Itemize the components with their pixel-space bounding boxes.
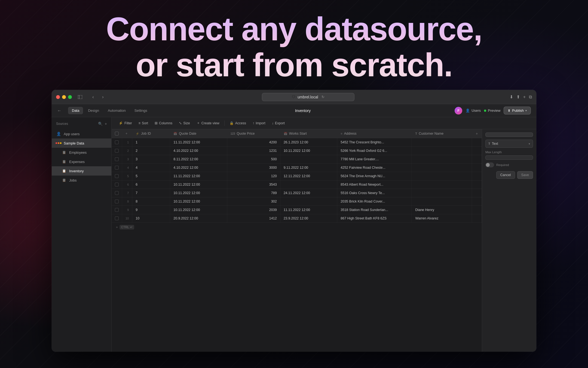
columns-button[interactable]: ⊞ Columns [152, 120, 175, 126]
cell-checkbox[interactable] [112, 147, 122, 155]
cell-customer-name: Warren Alvarez [412, 214, 472, 223]
table-row[interactable]: 3 3 8.11.2022 12:00 500 7780 Mill Lane G… [112, 155, 482, 164]
cell-job-id: 3 [132, 155, 170, 164]
tab-design[interactable]: Design [84, 107, 103, 114]
address-bar[interactable]: 🛡 umbrel.local ↻ [262, 93, 354, 101]
cell-quote-date: 10.11.2022 12:00 [170, 189, 227, 197]
cell-address: 3518 Station Road Sunderlan... [337, 206, 412, 214]
search-icon[interactable]: 🔍 [98, 122, 103, 126]
cell-customer-name: Diane Henry [412, 206, 472, 214]
download-icon[interactable]: ⬇ [510, 94, 513, 99]
sidebar-item-employees[interactable]: 📋 Employees [52, 148, 111, 157]
tab-automation[interactable]: Automation [104, 107, 130, 114]
table-row[interactable]: 7 7 10.11.2022 12:00 789 24.11.2022 12:0… [112, 189, 482, 197]
sidebar-item-app-users[interactable]: 👤 App users [52, 129, 111, 138]
table-row[interactable]: 10 10 20.9.2022 12:00 1412 23.9.2022 12:… [112, 214, 482, 223]
new-tab-icon[interactable]: + [523, 95, 526, 99]
back-button[interactable]: ‹ [89, 93, 97, 101]
users-label: Users [471, 108, 481, 113]
sidebar-toggle-icon[interactable] [76, 93, 84, 101]
users-button[interactable]: 👤 Users [465, 108, 481, 113]
access-button[interactable]: 🔒 Access [227, 120, 249, 126]
cell-job-id: 7 [132, 189, 170, 197]
table-row[interactable]: 8 8 10.11.2022 12:00 302 2035 Brick Kiln… [112, 197, 482, 206]
quote-date-col-icon: 📅 [173, 132, 177, 135]
close-button[interactable] [56, 95, 60, 99]
cell-customer-name [412, 138, 472, 147]
table-row[interactable]: 1 1 11.11.2022 12:00 4200 26.1.2023 12:0… [112, 138, 482, 147]
filter-label: Filter [124, 121, 132, 125]
import-button[interactable]: ↑ Import [250, 120, 268, 126]
cell-checkbox[interactable] [112, 180, 122, 189]
create-view-button[interactable]: ＋ Create view [194, 119, 222, 127]
filter-button[interactable]: ⚡ Filter [116, 120, 135, 126]
cell-extra [472, 172, 482, 180]
import-icon: ↑ [253, 121, 254, 125]
add-row-button[interactable]: + CTRL ↵ [112, 223, 482, 232]
sidebar-item-expenses[interactable]: 📋 Expenses [52, 157, 111, 166]
sort-button[interactable]: ≡ Sort [136, 120, 151, 126]
app-back-button[interactable]: ← [57, 108, 62, 113]
th-quote-price[interactable]: 123 Quote Price [227, 129, 280, 138]
column-type-select[interactable]: T Text ▾ [485, 140, 533, 148]
forward-button[interactable]: › [99, 93, 107, 101]
table-row[interactable]: 2 2 4.10.2022 12:00 1231 10.11.2022 12:0… [112, 147, 482, 155]
th-customer-name[interactable]: T Customer Name [412, 129, 472, 138]
cell-checkbox[interactable] [112, 155, 122, 164]
browser-nav: ‹ › [89, 93, 107, 101]
table-wrapper[interactable]: + ⚡ Job ID [112, 129, 482, 352]
column-name-input[interactable] [485, 132, 533, 137]
tab-data[interactable]: Data [68, 107, 83, 114]
save-button[interactable]: Save [517, 171, 533, 179]
cell-job-id: 5 [132, 172, 170, 180]
table-row[interactable]: 6 6 10.11.2022 12:00 3543 8543 Albert Ro… [112, 180, 482, 189]
size-button[interactable]: ⤡ Size [176, 120, 192, 126]
sidebar-item-sample-data-label: Sample Data [64, 141, 84, 145]
cell-checkbox[interactable] [112, 206, 122, 214]
maximize-button[interactable] [68, 95, 72, 99]
sidebar-item-inventory[interactable]: 📋 Inventory [52, 166, 111, 176]
tabs-icon[interactable]: ⧉ [529, 95, 532, 99]
cell-checkbox[interactable] [112, 138, 122, 147]
refresh-icon[interactable]: ↻ [321, 95, 324, 99]
sidebar-item-sample-data[interactable]: Sample Data [52, 138, 111, 148]
cell-checkbox[interactable] [112, 172, 122, 180]
employees-icon: 📋 [62, 150, 66, 155]
cell-quote-price: 120 [227, 172, 280, 180]
cell-checkbox[interactable] [112, 189, 122, 197]
th-add-row[interactable]: + [122, 129, 132, 138]
publish-button[interactable]: ⬆ Publish ▾ [504, 107, 531, 114]
tab-settings[interactable]: Settings [131, 107, 151, 114]
export-button[interactable]: ↓ Export [269, 120, 287, 126]
cell-job-id: 10 [132, 214, 170, 223]
cell-customer-name [412, 155, 472, 164]
cell-works-start [280, 180, 337, 189]
cell-checkbox[interactable] [112, 197, 122, 206]
cell-quote-price: 1231 [227, 147, 280, 155]
access-label: Access [235, 121, 246, 125]
th-quote-date[interactable]: 📅 Quote Date [170, 129, 227, 138]
data-grid-container: + ⚡ Job ID [112, 129, 482, 352]
table-row[interactable]: 9 9 10.11.2022 12:00 2039 11.11.2022 12:… [112, 206, 482, 214]
preview-button[interactable]: Preview [484, 108, 500, 113]
required-toggle[interactable] [485, 162, 494, 167]
max-length-input[interactable] [485, 155, 533, 160]
th-address[interactable]: ≡ Address [337, 129, 412, 138]
cancel-button[interactable]: Cancel [496, 171, 515, 179]
th-works-start[interactable]: 📅 Works Start [280, 129, 337, 138]
table-row[interactable]: 5 5 11.11.2022 12:00 120 12.11.2022 12:0… [112, 172, 482, 180]
add-source-icon[interactable]: + [105, 122, 107, 126]
share-icon[interactable]: ⬆ [516, 94, 520, 99]
cell-checkbox[interactable] [112, 164, 122, 172]
max-length-section: Max Length [485, 150, 533, 160]
th-job-id[interactable]: ⚡ Job ID [132, 129, 170, 138]
sidebar-item-jobs[interactable]: 📋 Jobs [52, 176, 111, 185]
publish-label: Publish [512, 108, 524, 113]
cell-checkbox[interactable] [112, 214, 122, 223]
th-add-col[interactable]: + [472, 129, 482, 138]
cell-extra [472, 164, 482, 172]
table-row[interactable]: 4 4 4.10.2022 12:00 3000 9.11.2022 12:00… [112, 164, 482, 172]
minimize-button[interactable] [62, 95, 66, 99]
toolbar-separator [224, 120, 225, 126]
avatar: F [455, 107, 462, 114]
